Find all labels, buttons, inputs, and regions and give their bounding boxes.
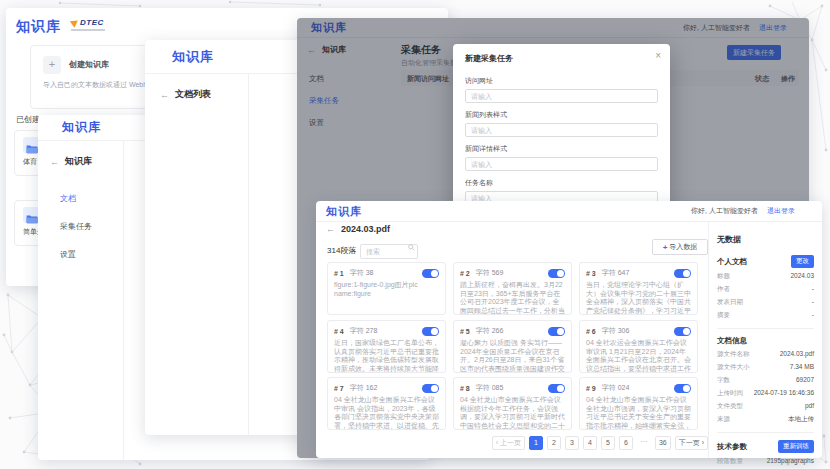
pagination-page-2[interactable]: 2 [547, 436, 561, 450]
chunk-enabled-toggle[interactable] [422, 384, 439, 393]
paragraph-count: 314段落 [327, 245, 356, 256]
dtec-logo: DTEC [71, 18, 105, 31]
pagination-page-1[interactable]: 1 [529, 436, 543, 450]
create-kb-label: 创建知识库 [69, 60, 109, 69]
personal-doc-title: 个人文档 [717, 257, 747, 267]
chunk-card-5[interactable]: # 5字符 266 凝心聚力 以质图强 务实笃行——2024年全国质量工作会议在… [453, 320, 572, 373]
pagination-page-36[interactable]: 36 [655, 436, 671, 450]
chunk-text: 近日，国家级绿色工厂名单公布，认真贯彻落实习近平总书记重要批示精神，推动绿色低碳… [328, 338, 445, 373]
pagination-page-4[interactable]: 4 [583, 436, 597, 450]
panel-empty-title: 无数据 [717, 234, 814, 245]
field-label-url: 访问网址 [465, 76, 658, 86]
pagination-prev[interactable]: ‹ 上一页 [492, 436, 525, 450]
retrain-button[interactable]: 重新训练 [778, 440, 814, 453]
chunk-text: 凝心聚力 以质图强 务实笃行——2024年全国质量工作会议在京召开。2月26日至… [454, 338, 571, 373]
url-input[interactable] [465, 89, 658, 103]
list-style-input[interactable] [465, 123, 658, 137]
pagination-ellipsis[interactable]: ··· [637, 436, 651, 450]
app-logo: 知识库 [172, 48, 214, 66]
back-from-document[interactable]: ← 2024.03.pdf [326, 224, 390, 234]
chunk-enabled-toggle[interactable] [422, 327, 439, 336]
back-arrow-icon: ← [326, 224, 335, 234]
sidebar-item-docs[interactable]: 文档 [60, 193, 76, 204]
app-logo: 知识库 [62, 119, 101, 136]
tech-params-title: 技术参数 [717, 442, 747, 452]
chunk-card-9[interactable]: # 9字符 024 04 全社龙山市全面振兴工作会议 全社龙山市强调，要深入学习… [579, 377, 698, 430]
pagination-page-3[interactable]: 3 [565, 436, 579, 450]
dtec-mark-icon [70, 17, 80, 28]
chunk-card-6[interactable]: # 6字符 306 04 全社农运会全面振兴工作会议审议讯 1月21日至22日，… [579, 320, 698, 373]
plus-icon: + [43, 56, 61, 74]
pagination-page-6[interactable]: 6 [619, 436, 633, 450]
plus-icon: + [663, 243, 668, 252]
sidebar-divider [123, 141, 124, 460]
chunk-enabled-toggle[interactable] [674, 384, 691, 393]
chunk-card-7[interactable]: # 7字符 162 04 全社龙山市全面振兴工作会议中审讯 会议指出，2023年… [327, 377, 446, 430]
document-header: 知识库 你好, 人工智能爱好者 退出登录 [316, 201, 822, 222]
change-doc-button[interactable]: 更改 [791, 255, 814, 268]
chunk-card-2[interactable]: # 2字符 569 踏上新征程，奋楫再出发。3月22日至23日，365+车后服务… [453, 262, 572, 315]
chunk-text: 04 全社龙山市全面振兴工作会议 根据统计今年工作任务，会议强调，要深入学习贯彻… [454, 395, 571, 430]
back-arrow-icon: ← [160, 90, 169, 100]
dtec-tagline-bar [71, 29, 105, 31]
field-label-detail-style: 新闻详情样式 [465, 144, 658, 154]
pagination: ‹ 上一页 1 2 3 4 5 6 ··· 36 下一页 › [316, 436, 708, 450]
chunk-enabled-toggle[interactable] [548, 327, 565, 336]
app-logo: 知识库 [16, 18, 61, 36]
detail-style-input[interactable] [465, 157, 658, 171]
field-label-task-name: 任务名称 [465, 178, 658, 188]
chunk-card-8[interactable]: # 8字符 085 04 全社龙山市全面振兴工作会议 根据统计今年工作任务，会议… [453, 377, 572, 430]
import-data-button[interactable]: +导入数据 [652, 239, 708, 255]
desktop: 知识库 DTEC +创建知识库 导入自己的文本数据或通过 Webhook 实时写… [0, 0, 830, 469]
document-title: 2024.03.pdf [341, 224, 390, 234]
chunk-enabled-toggle[interactable] [548, 269, 565, 278]
sidebar-divider [248, 74, 249, 435]
chunk-enabled-toggle[interactable] [422, 269, 439, 278]
chunk-text: 当日，党组理论学习中心组（扩大）会议集中学习党的二十届三中全会精神，深入贯彻落实… [580, 280, 697, 315]
chunk-card-4[interactable]: # 4字符 278 近日，国家级绿色工厂名单公布，认真贯彻落实习近平总书记重要批… [327, 320, 446, 373]
chunk-text: 04 全社龙山市全面振兴工作会议 全社龙山市强调，要深入学习贯彻习近平总书记关于… [580, 395, 697, 430]
chunk-text: 踏上新征程，奋楫再出发。3月22日至23日，365+车后服务平台在公司召开202… [454, 280, 571, 315]
chunk-enabled-toggle[interactable] [674, 269, 691, 278]
modal-title: 新建采集任务 [465, 53, 658, 64]
chunk-card-1[interactable]: # 1字符 38 figure:1-figure-0.jpg图片pic name… [327, 262, 446, 315]
sidebar-item-tasks[interactable]: 采集任务 [60, 221, 92, 232]
field-label-list-style: 新闻列表样式 [465, 110, 658, 120]
pagination-page-5[interactable]: 5 [601, 436, 615, 450]
back-arrow-icon: ← [50, 157, 59, 167]
chunk-card-3[interactable]: # 3字符 647 当日，党组理论学习中心组（扩大）会议集中学习党的二十届三中全… [579, 262, 698, 315]
document-info-panel: 无数据 个人文档 更改 标题2024.03 作者- 发表日期- 摘要- 文档信息… [708, 222, 822, 458]
chunk-enabled-toggle[interactable] [674, 327, 691, 336]
pagination-next[interactable]: 下一页 › [675, 436, 708, 450]
chunk-enabled-toggle[interactable] [548, 384, 565, 393]
window-document: 知识库 你好, 人工智能爱好者 退出登录 ← 2024.03.pdf 314段落… [316, 201, 822, 458]
panel-divider [717, 432, 814, 433]
chunk-text: 04 全社农运会全面振兴工作会议审议讯 1月21日至22日，2024年全面振兴工… [580, 338, 697, 373]
app-logo: 知识库 [326, 204, 362, 219]
search-icon [408, 244, 415, 251]
logout-link[interactable]: 退出登录 [767, 206, 795, 216]
sidebar-item-settings[interactable]: 设置 [60, 249, 76, 260]
search-box [360, 240, 418, 255]
back-to-doclist[interactable]: ← 文档列表 [160, 88, 211, 101]
chunk-text: 04 全社龙山市全面振兴工作会议中审讯 会议指出，2023年，各级各部门坚决贯彻… [328, 395, 445, 430]
doc-info-title: 文档信息 [717, 336, 747, 346]
chunk-text: figure:1-figure-0.jpg图片pic name:figure [328, 280, 445, 315]
close-icon[interactable]: × [655, 50, 661, 61]
panel-divider [717, 328, 814, 329]
user-greeting: 你好, 人工智能爱好者 [691, 206, 758, 216]
back-to-kb[interactable]: ← 知识库 [50, 155, 92, 168]
